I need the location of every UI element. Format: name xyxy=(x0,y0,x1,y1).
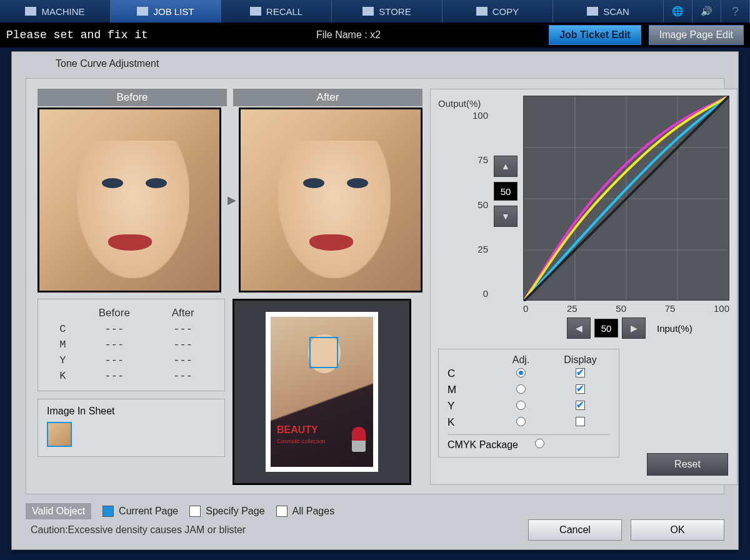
adj-radio-c[interactable] xyxy=(516,368,526,378)
status-text: Please set and fix it xyxy=(6,29,148,41)
input-right-button[interactable]: ▶ xyxy=(622,318,646,339)
reset-button[interactable]: Reset xyxy=(647,453,728,476)
table-row: C------ xyxy=(51,322,212,336)
image-in-sheet-panel: Image In Sheet xyxy=(38,399,225,457)
sheet-thumbnail[interactable] xyxy=(47,422,72,447)
top-menu: MACHINE JOB LIST RECALL STORE COPY SCAN … xyxy=(0,0,750,22)
adj-radio-m[interactable] xyxy=(516,384,526,394)
file-name-display: File Name : x2 xyxy=(156,29,541,41)
output-value[interactable]: 50 xyxy=(494,182,518,201)
ok-button[interactable]: OK xyxy=(631,519,724,541)
caution-text: Caution:Excessive density causes JAM or … xyxy=(31,524,519,536)
machine-icon xyxy=(25,7,36,16)
after-preview[interactable] xyxy=(239,108,422,292)
display-check-y[interactable] xyxy=(576,401,585,410)
tone-curve-chart[interactable] xyxy=(523,96,729,301)
store-icon xyxy=(362,7,374,16)
menu-globe[interactable]: 🌐 xyxy=(664,0,692,22)
adj-row-c: C xyxy=(448,366,610,382)
adj-radio-k[interactable] xyxy=(516,417,526,426)
job-ticket-edit-button[interactable]: Job Ticket Edit xyxy=(549,25,641,45)
table-row: K------ xyxy=(51,369,212,383)
display-check-m[interactable] xyxy=(576,384,585,394)
cmyk-package-radio[interactable] xyxy=(535,439,544,448)
menu-machine[interactable]: MACHINE xyxy=(0,0,111,22)
after-header: After xyxy=(233,89,422,106)
menu-sound[interactable]: 🔊 xyxy=(692,0,721,22)
output-axis-label: Output(%) xyxy=(438,98,481,109)
sound-icon: 🔊 xyxy=(701,6,712,17)
input-left-button[interactable]: ◀ xyxy=(567,318,591,339)
adj-row-m: M xyxy=(448,382,610,398)
menu-job-list[interactable]: JOB LIST xyxy=(111,0,221,22)
document-preview[interactable]: BEAUTYCosmetic collection xyxy=(232,299,411,485)
arrow-right-icon: ▶ xyxy=(228,193,232,207)
output-up-button[interactable]: ▲ xyxy=(494,156,518,177)
menu-scan[interactable]: SCAN xyxy=(553,0,664,22)
cmyk-values-table: BeforeAfter C------ M------ Y------ K---… xyxy=(38,299,225,391)
menu-help[interactable]: ? xyxy=(721,0,750,22)
adj-display-panel: Adj.Display CMYK CMYK Package xyxy=(438,349,619,458)
menu-recall[interactable]: RECALL xyxy=(221,0,332,22)
tone-curve-panel: Output(%) 100 75 50 25 0 ▲ 50 ▼ xyxy=(430,89,738,485)
display-check-k[interactable] xyxy=(576,417,585,426)
output-down-button[interactable]: ▼ xyxy=(494,206,518,227)
adj-radio-y[interactable] xyxy=(516,401,526,410)
adj-row-y: Y xyxy=(448,398,610,414)
sub-bar: Please set and fix it File Name : x2 Job… xyxy=(0,22,750,48)
image-page-edit-button[interactable]: Image Page Edit xyxy=(649,25,744,45)
table-row: Y------ xyxy=(51,353,212,368)
input-value[interactable]: 50 xyxy=(594,319,618,338)
before-header: Before xyxy=(38,89,227,106)
table-row: M------ xyxy=(51,338,212,352)
dialog-title: Tone Curve Adjustment xyxy=(12,52,738,73)
adj-row-k: K xyxy=(448,414,610,431)
display-check-c[interactable] xyxy=(576,368,585,378)
menu-copy[interactable]: COPY xyxy=(442,0,553,22)
copy-icon xyxy=(476,7,488,16)
cmyk-package-label: CMYK Package xyxy=(448,439,535,451)
help-icon: ? xyxy=(732,4,739,19)
input-axis-label: Input(%) xyxy=(657,323,692,334)
before-preview[interactable] xyxy=(38,108,221,292)
globe-icon: 🌐 xyxy=(672,6,684,17)
menu-store[interactable]: STORE xyxy=(332,0,442,22)
selection-rect[interactable] xyxy=(309,337,338,368)
list-icon xyxy=(137,7,148,16)
cancel-button[interactable]: Cancel xyxy=(528,519,622,541)
image-in-sheet-label: Image In Sheet xyxy=(47,406,216,417)
recall-icon xyxy=(250,7,261,16)
scan-icon xyxy=(587,7,598,16)
tone-curve-dialog: Tone Curve Adjustment Before After ▶ xyxy=(11,51,739,550)
